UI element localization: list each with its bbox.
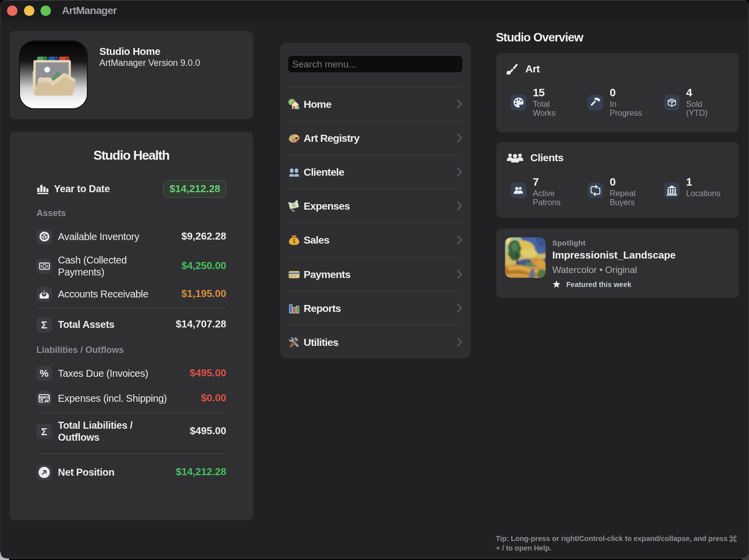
- svg-text:$: $: [293, 238, 296, 244]
